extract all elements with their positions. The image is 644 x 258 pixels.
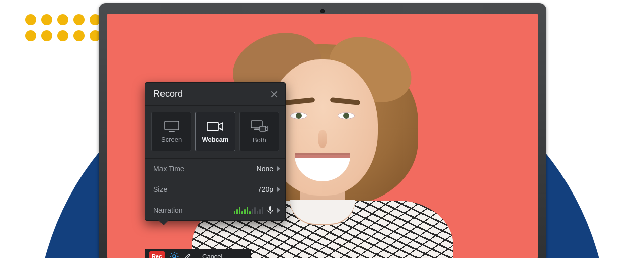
option-label: Max Time <box>153 165 184 173</box>
svg-line-14 <box>171 253 172 254</box>
record-toolbar: Rec Cancel <box>145 249 251 258</box>
option-row-max-time[interactable]: Max Time None <box>145 159 285 179</box>
chevron-right-icon <box>277 208 280 213</box>
option-label: Narration <box>153 206 183 214</box>
mode-label: Screen <box>161 136 182 143</box>
option-label: Size <box>153 185 167 194</box>
panel-header: Record <box>145 83 285 106</box>
svg-rect-8 <box>269 214 272 214</box>
mode-label: Both <box>253 137 266 143</box>
camera-icon <box>207 121 224 132</box>
laptop-camera-dot <box>320 9 325 13</box>
record-button[interactable]: Rec <box>149 251 165 258</box>
monitor-icon <box>164 121 179 132</box>
svg-point-9 <box>173 255 176 258</box>
record-panel: Record Screen Webcam <box>145 82 286 221</box>
gear-icon[interactable] <box>170 252 179 258</box>
webcam-preview: Record Screen Webcam <box>107 14 538 258</box>
option-value: 720p <box>258 185 273 194</box>
laptop-frame: Record Screen Webcam <box>99 0 546 258</box>
record-mode-row: Screen Webcam Both <box>145 106 285 159</box>
chevron-right-icon <box>277 166 280 171</box>
svg-rect-4 <box>254 128 259 130</box>
microphone-icon <box>267 206 273 214</box>
svg-line-17 <box>176 253 177 254</box>
panel-title: Record <box>153 89 183 99</box>
option-row-size[interactable]: Size 720p <box>145 179 285 200</box>
svg-rect-1 <box>169 131 175 132</box>
svg-rect-5 <box>260 126 266 131</box>
svg-rect-2 <box>207 122 218 131</box>
audio-level-meter <box>234 206 263 214</box>
screen-and-camera-icon <box>251 120 268 133</box>
option-value: None <box>257 165 273 173</box>
cancel-button[interactable]: Cancel <box>202 253 222 259</box>
close-icon[interactable] <box>270 90 278 98</box>
decorative-dots <box>25 14 101 41</box>
mode-tile-screen[interactable]: Screen <box>151 112 191 151</box>
laptop-bezel: Record Screen Webcam <box>99 3 546 258</box>
chevron-right-icon <box>277 187 280 192</box>
mode-tile-webcam[interactable]: Webcam <box>195 112 235 151</box>
svg-rect-0 <box>165 121 179 130</box>
option-row-narration[interactable]: Narration <box>145 200 285 220</box>
mode-label: Webcam <box>202 136 228 143</box>
svg-rect-7 <box>270 212 270 214</box>
panel-options: Max Time None Size 720p <box>145 159 285 220</box>
pen-icon[interactable] <box>184 252 192 258</box>
toolbar-divider <box>197 252 197 258</box>
svg-rect-6 <box>269 206 271 211</box>
mode-tile-both[interactable]: Both <box>239 112 279 151</box>
